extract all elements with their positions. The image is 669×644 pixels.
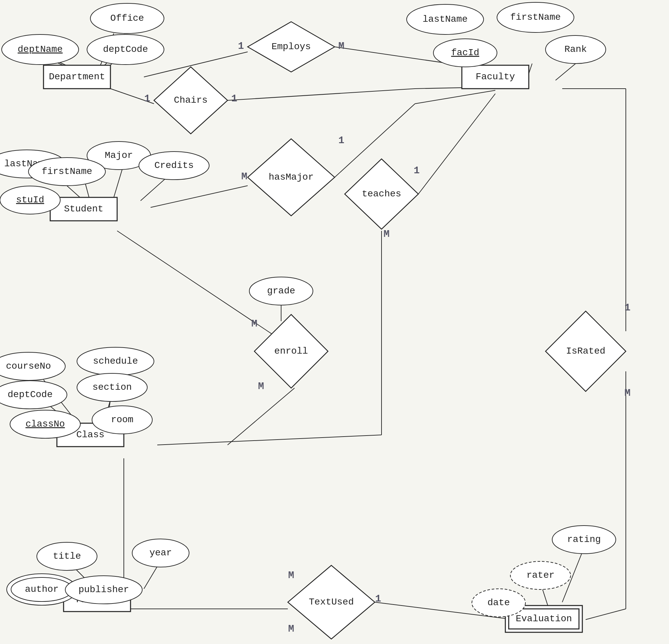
class-label: Class — [76, 430, 104, 440]
attr-schedule-label: schedule — [93, 356, 138, 366]
card-hasmajor-m: M — [241, 171, 247, 182]
chairs-label: Chairs — [174, 95, 208, 105]
attr-rank-label: Rank — [564, 44, 587, 55]
teaches-label: teaches — [362, 189, 401, 199]
attr-date-label: date — [487, 598, 510, 608]
attr-major-label: Major — [105, 150, 133, 161]
svg-line-50 — [586, 609, 626, 619]
card-teaches-1: 1 — [414, 165, 420, 176]
evaluation-label: Evaluation — [516, 614, 572, 624]
card-chairs-1b: 1 — [231, 93, 237, 104]
card-employs-1: 1 — [238, 41, 244, 52]
attr-deptcode-label: deptCode — [103, 44, 148, 55]
card-israted-m: M — [625, 387, 630, 399]
card-textused-m1: M — [288, 570, 294, 581]
svg-line-17 — [228, 89, 415, 100]
card-chairs-1a: 1 — [144, 93, 150, 104]
svg-line-29 — [157, 435, 382, 445]
card-enroll-m1: M — [251, 318, 257, 330]
attr-publisher-label: publisher — [78, 585, 129, 595]
israted-label: IsRated — [566, 346, 606, 356]
department-label: Department — [49, 72, 105, 82]
attr-section-label: section — [92, 382, 132, 392]
attr-courseno-label: courseNo — [6, 361, 51, 371]
attr-year-label: year — [149, 548, 172, 558]
card-employs-m: M — [338, 41, 344, 52]
attr-author-label: author — [25, 584, 59, 595]
employs-label: Employs — [271, 42, 311, 52]
attr-deptname-label: deptName — [18, 44, 62, 55]
card-israted-1: 1 — [625, 302, 630, 314]
svg-line-13 — [556, 63, 575, 80]
attr-room-label: room — [111, 415, 133, 425]
attr-facid-label: facId — [451, 47, 479, 58]
textused-label: TextUsed — [309, 597, 354, 607]
svg-line-31 — [228, 388, 295, 445]
attr-grade-label: grade — [267, 286, 295, 296]
card-enroll-m2: M — [258, 381, 264, 392]
svg-line-26 — [415, 90, 495, 104]
svg-line-42 — [144, 567, 157, 589]
card-textused-m2: M — [288, 623, 294, 635]
card-textused-1: 1 — [375, 593, 381, 604]
attr-title-label: title — [53, 551, 81, 561]
hasmajor-label: hasMajor — [269, 172, 314, 182]
student-label: Student — [64, 204, 103, 214]
card-teaches-m: M — [384, 229, 389, 240]
card-hasmajor-1: 1 — [338, 135, 344, 146]
attr-credits-label: Credits — [154, 160, 194, 171]
attr-stu-firstname-label: firstName — [42, 166, 92, 177]
attr-class-deptcode-label: deptCode — [8, 389, 53, 400]
enroll-label: enroll — [274, 346, 308, 356]
attr-rating-label: rating — [567, 534, 601, 545]
attr-fac-firstname-label: firstName — [510, 12, 560, 23]
attr-office-label: Office — [111, 13, 144, 24]
svg-line-24 — [151, 186, 248, 207]
attr-stuid-label: stuId — [16, 195, 44, 205]
faculty-label: Faculty — [475, 72, 515, 82]
svg-line-27 — [418, 94, 495, 194]
attr-rater-label: rater — [526, 570, 555, 581]
attr-classno-label: classNo — [26, 419, 65, 429]
attr-fac-lastname-label: lastName — [423, 14, 468, 25]
